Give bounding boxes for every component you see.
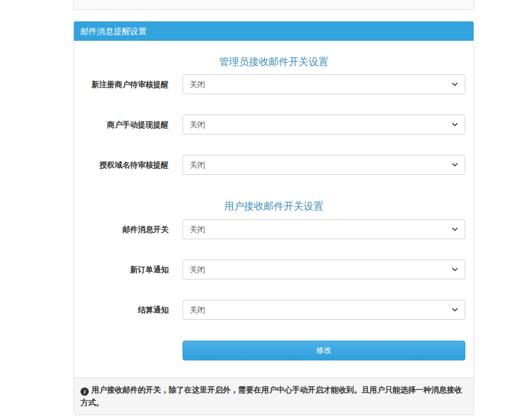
select-wrap: 关闭 — [182, 115, 465, 134]
select-wrap: 关闭 — [182, 155, 465, 175]
select-new-merchant-review[interactable]: 关闭 — [182, 74, 465, 94]
footer-note-text: 用户接收邮件的开关，除了在这里开启外，需要在用户中心手动开启才能收到。且用户只能… — [80, 385, 462, 407]
panel-title: 邮件消息提醒设置 — [80, 26, 147, 36]
select-wrap: 关闭 — [182, 260, 465, 279]
select-domain-review[interactable]: 关闭 — [182, 155, 465, 175]
form-row-new-merchant-review: 新注册商户待审核提醒 关闭 — [82, 74, 465, 94]
panel-footer-note: i用户接收邮件的开关，除了在这里开启外，需要在用户中心手动开启才能收到。且用户只… — [74, 378, 474, 414]
label-email-switch: 邮件消息开关 — [82, 224, 169, 234]
select-wrap: 关闭 — [182, 300, 465, 320]
select-email-switch[interactable]: 关闭 — [182, 219, 465, 239]
select-wrap: 关闭 — [182, 219, 465, 239]
info-icon: i — [80, 387, 89, 396]
panel-body: 管理员接收邮件开关设置 新注册商户待审核提醒 关闭 商户手动提现提醒 关闭 — [74, 56, 474, 378]
button-row: 修改 — [82, 341, 465, 360]
form-row-email-switch: 邮件消息开关 关闭 — [82, 219, 465, 239]
button-spacer — [82, 341, 182, 360]
previous-panel-footer-remnant — [73, 0, 474, 10]
label-new-merchant-review: 新注册商户待审核提醒 — [82, 79, 169, 89]
form-row-settlement-notice: 结算通知 关闭 — [82, 300, 465, 320]
email-settings-panel: 邮件消息提醒设置 管理员接收邮件开关设置 新注册商户待审核提醒 关闭 商户手动提… — [73, 21, 474, 415]
select-wrap: 关闭 — [182, 74, 465, 94]
modify-submit-button[interactable]: 修改 — [182, 341, 465, 360]
select-settlement-notice[interactable]: 关闭 — [182, 300, 465, 320]
select-merchant-withdraw[interactable]: 关闭 — [182, 115, 465, 134]
page: 邮件消息提醒设置 管理员接收邮件开关设置 新注册商户待审核提醒 关闭 商户手动提… — [0, 0, 510, 420]
panel-header: 邮件消息提醒设置 — [74, 21, 474, 41]
form-row-merchant-withdraw: 商户手动提现提醒 关闭 — [82, 115, 465, 134]
form-row-domain-review: 授权域名待审核提醒 关闭 — [82, 155, 465, 175]
form-row-new-order-notice: 新订单通知 关闭 — [82, 260, 465, 279]
label-merchant-withdraw: 商户手动提现提醒 — [82, 120, 169, 130]
label-domain-review: 授权域名待审核提醒 — [82, 160, 169, 170]
select-new-order-notice[interactable]: 关闭 — [182, 260, 465, 279]
label-settlement-notice: 结算通知 — [82, 305, 169, 315]
section-title-admin: 管理员接收邮件开关设置 — [82, 56, 465, 68]
label-new-order-notice: 新订单通知 — [82, 265, 169, 274]
section-title-user: 用户接收邮件开关设置 — [82, 200, 465, 212]
